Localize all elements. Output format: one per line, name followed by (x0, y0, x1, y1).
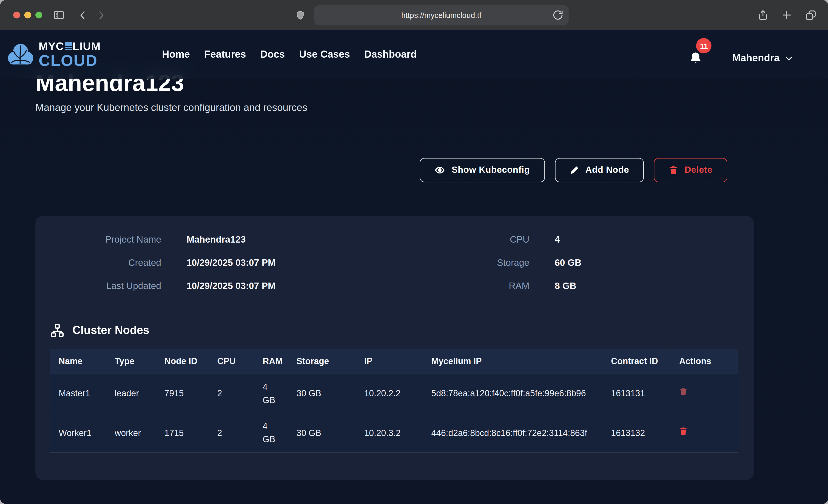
main-nav: Home Features Docs Use Cases Dashboard (162, 49, 417, 60)
logo-wordmark-mycelium: MYCLIUM (39, 40, 101, 51)
cell-mycelium-ip: 446:d2a6:8bcd:8c16:ff0f:72e2:3114:863f (423, 413, 603, 452)
browser-window: https://myceliumcloud.tf (0, 0, 828, 504)
delete-node-button[interactable] (679, 387, 688, 396)
cluster-nodes-title: Cluster Nodes (72, 324, 150, 337)
logo-tree-icon (7, 41, 34, 68)
info-row-ram: RAM 8 GB (395, 281, 739, 292)
privacy-shield-icon[interactable] (295, 9, 305, 21)
site-viewport: Mahendra123 Manage your Kubernetes clust… (0, 30, 828, 504)
logo-e-bars-icon (65, 42, 72, 50)
col-cpu: CPU (209, 349, 254, 374)
cell-ip: 10.20.2.2 (356, 374, 423, 413)
cpu-value: 4 (555, 234, 739, 245)
bell-icon (689, 51, 703, 66)
cell-type: worker (106, 413, 156, 452)
cell-cpu: 2 (209, 413, 254, 452)
cluster-panel: Project Name Mahendra123 Created 10/29/2… (35, 216, 754, 480)
nav-features[interactable]: Features (204, 49, 246, 60)
forward-button[interactable] (95, 10, 106, 20)
nav-use-cases[interactable]: Use Cases (299, 49, 350, 60)
cell-name: Worker1 (50, 413, 107, 452)
cell-contract-id: 1613131 (603, 374, 671, 413)
show-kubeconfig-button[interactable]: Show Kubeconfig (420, 158, 545, 182)
mycelium-cloud-logo[interactable]: MYCLIUM CLOUD (7, 40, 101, 69)
minimize-window-button[interactable] (24, 12, 31, 18)
user-menu[interactable]: Mahendra (732, 52, 793, 64)
site-header: MYCLIUM CLOUD Home Features Docs Use Cas… (0, 30, 828, 79)
add-node-button[interactable]: Add Node (555, 158, 644, 182)
new-tab-icon[interactable] (781, 9, 792, 20)
zoom-window-button[interactable] (35, 12, 42, 18)
sidebar-toggle-icon[interactable] (53, 9, 65, 21)
info-row-storage: Storage 60 GB (395, 257, 739, 268)
col-type: Type (106, 349, 156, 374)
screenshot-stage: https://myceliumcloud.tf (0, 0, 828, 504)
created-value: 10/29/2025 03:07 PM (187, 257, 395, 268)
cell-cpu: 2 (209, 374, 254, 413)
back-button[interactable] (78, 10, 88, 20)
close-window-button[interactable] (13, 12, 20, 18)
show-kubeconfig-label: Show Kubeconfig (452, 165, 530, 175)
ram-value: 8 GB (555, 281, 739, 292)
eye-icon (435, 165, 445, 175)
last-updated-value: 10/29/2025 03:07 PM (187, 281, 395, 292)
cell-ram: 4 GB (254, 374, 288, 413)
delete-label: Delete (685, 165, 713, 175)
browser-titlebar: https://myceliumcloud.tf (0, 0, 828, 30)
col-ram: RAM (254, 349, 288, 374)
cluster-nodes-heading: Cluster Nodes (50, 324, 739, 338)
cell-storage: 30 GB (288, 374, 356, 413)
cell-node-id: 7915 (156, 374, 209, 413)
nav-dashboard[interactable]: Dashboard (364, 49, 417, 60)
ram-label: RAM (395, 281, 530, 292)
user-name: Mahendra (732, 52, 780, 64)
delete-cluster-button[interactable]: Delete (654, 158, 727, 182)
tab-overview-icon[interactable] (805, 9, 817, 21)
cell-node-id: 1715 (156, 413, 209, 452)
cell-contract-id: 1613132 (603, 413, 671, 452)
logo-wordmark-cloud: CLOUD (39, 53, 101, 69)
info-row-created: Created 10/29/2025 03:07 PM (50, 257, 395, 268)
notifications-button[interactable]: 11 (689, 51, 703, 66)
reload-icon[interactable] (552, 9, 564, 20)
cell-storage: 30 GB (288, 413, 356, 452)
storage-value: 60 GB (555, 257, 739, 268)
page-content: Mahendra123 Manage your Kubernetes clust… (0, 30, 828, 504)
col-name: Name (50, 349, 107, 374)
info-row-project-name: Project Name Mahendra123 (50, 234, 395, 245)
cell-name: Master1 (50, 374, 107, 413)
info-row-cpu: CPU 4 (395, 234, 739, 245)
notification-count-badge: 11 (696, 38, 712, 53)
node-row-worker1: Worker1 worker 1715 2 4 GB 30 GB 10.20.3… (50, 413, 739, 452)
url-text: https://myceliumcloud.tf (401, 11, 481, 19)
cell-ram: 4 GB (254, 413, 288, 452)
pencil-icon (570, 165, 579, 175)
nodes-header-row: Name Type Node ID CPU RAM Storage IP Myc… (50, 349, 739, 374)
share-icon[interactable] (757, 9, 769, 21)
chevron-down-icon (784, 53, 793, 62)
traffic-lights (13, 12, 43, 18)
col-mycelium-ip: Mycelium IP (423, 349, 603, 374)
network-icon (50, 324, 65, 338)
last-updated-label: Last Updated (50, 281, 161, 292)
delete-node-button[interactable] (679, 426, 688, 436)
project-name-value: Mahendra123 (187, 234, 395, 245)
col-actions: Actions (671, 349, 738, 374)
cpu-label: CPU (395, 234, 530, 245)
trash-icon (669, 165, 678, 175)
project-name-label: Project Name (50, 234, 161, 245)
cluster-info-grid: Project Name Mahendra123 Created 10/29/2… (50, 234, 739, 304)
cell-type: leader (106, 374, 156, 413)
nav-home[interactable]: Home (162, 49, 190, 60)
cell-ip: 10.20.3.2 (356, 413, 423, 452)
cluster-actions-row: Show Kubeconfig Add Node (35, 158, 727, 182)
info-row-last-updated: Last Updated 10/29/2025 03:07 PM (50, 281, 395, 292)
storage-label: Storage (395, 257, 530, 268)
nav-docs[interactable]: Docs (260, 49, 285, 60)
url-field[interactable]: https://myceliumcloud.tf (314, 5, 569, 25)
cell-mycelium-ip: 5d8:78ea:a120:f40c:ff0f:a5fe:99e6:8b96 (423, 374, 603, 413)
col-contract-id: Contract ID (603, 349, 671, 374)
col-ip: IP (356, 349, 423, 374)
page-subtitle: Manage your Kubernetes cluster configura… (35, 102, 754, 114)
created-label: Created (50, 257, 161, 268)
